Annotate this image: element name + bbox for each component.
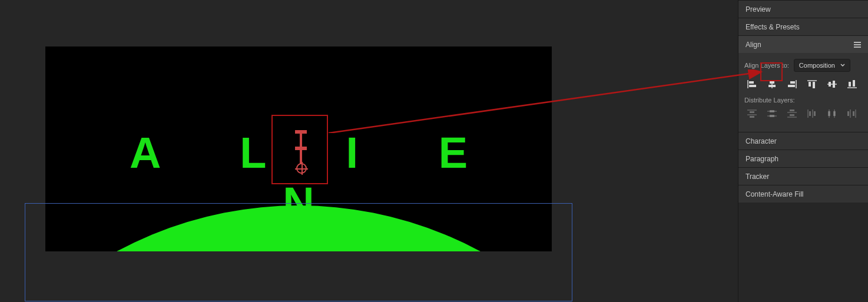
distribute-layers-label: Distribute Layers:: [744, 97, 862, 104]
svg-rect-2: [749, 85, 756, 87]
svg-rect-7: [790, 81, 795, 84]
distribute-left-icon: [807, 109, 817, 118]
panel-header-tracker[interactable]: Tracker: [738, 167, 868, 185]
chevron-down-icon: [840, 63, 845, 68]
distribute-horizontal-center-icon: [827, 109, 837, 118]
svg-rect-19: [750, 111, 754, 113]
svg-rect-33: [814, 111, 816, 116]
panel-header-content-aware-fill[interactable]: Content-Aware Fill: [738, 185, 868, 203]
panel-header-character[interactable]: Character: [738, 132, 868, 150]
align-vertical-center-icon: [827, 79, 837, 89]
panel-title: Align: [746, 41, 761, 49]
panel-title: Content-Aware Fill: [746, 190, 803, 198]
svg-rect-40: [853, 111, 854, 116]
panel-header-effects-presets[interactable]: Effects & Presets: [738, 18, 868, 35]
svg-rect-28: [790, 114, 794, 116]
distribute-left-button[interactable]: [804, 107, 820, 120]
align-bottom-button[interactable]: [844, 78, 860, 91]
layer-selection-bounds: [25, 203, 572, 301]
align-vertical-center-button[interactable]: [824, 78, 840, 91]
panel-header-align[interactable]: Align: [738, 35, 868, 53]
distribute-top-icon: [747, 109, 757, 118]
svg-rect-17: [853, 80, 855, 87]
panel-title: Paragraph: [746, 155, 778, 163]
svg-rect-14: [833, 81, 835, 88]
svg-rect-21: [750, 116, 754, 118]
distribute-right-button[interactable]: [844, 107, 860, 120]
align-right-button[interactable]: [784, 78, 800, 91]
svg-rect-5: [768, 85, 776, 87]
align-top-button[interactable]: [804, 78, 820, 91]
distribute-buttons-row: [744, 107, 862, 120]
panel-title: Tracker: [746, 172, 769, 181]
align-bottom-icon: [847, 79, 857, 89]
panel-header-preview[interactable]: Preview: [738, 0, 868, 18]
distribute-vertical-center-button[interactable]: [764, 107, 780, 120]
annotation-highlight-letter: [271, 115, 328, 184]
svg-rect-10: [809, 82, 811, 87]
panel-header-paragraph[interactable]: Paragraph: [738, 150, 868, 167]
align-top-icon: [807, 79, 817, 89]
panel-title: Character: [746, 137, 777, 145]
svg-rect-13: [829, 82, 831, 87]
svg-rect-16: [849, 82, 851, 87]
distribute-bottom-button[interactable]: [784, 107, 800, 120]
svg-rect-1: [749, 81, 754, 84]
align-target-value: Composition: [799, 62, 835, 69]
align-left-icon: [747, 79, 757, 89]
distribute-top-button[interactable]: [744, 107, 760, 120]
distribute-right-icon: [847, 109, 857, 118]
svg-rect-25: [770, 115, 774, 117]
distribute-horizontal-center-button[interactable]: [824, 107, 840, 120]
panel-stack-right: Preview Effects & Presets Align Align La…: [738, 0, 868, 302]
svg-rect-37: [833, 111, 836, 116]
panel-menu-icon[interactable]: [854, 42, 861, 48]
distribute-bottom-icon: [787, 109, 797, 118]
composition-viewport[interactable]: A L I E N: [0, 0, 738, 302]
panel-title: Preview: [746, 5, 771, 14]
align-target-dropdown[interactable]: Composition: [794, 59, 850, 72]
align-left-button[interactable]: [744, 78, 760, 91]
align-right-icon: [787, 79, 797, 89]
svg-rect-4: [770, 81, 774, 84]
svg-rect-26: [790, 109, 794, 111]
svg-rect-11: [813, 82, 815, 88]
svg-rect-31: [809, 111, 811, 116]
svg-rect-8: [788, 85, 795, 87]
annotation-highlight-align-button: [760, 62, 783, 81]
panel-body-align: Align Layers to: Composition: [738, 53, 868, 132]
distribute-vertical-center-icon: [767, 109, 777, 118]
svg-rect-23: [770, 110, 774, 112]
panel-title: Effects & Presets: [746, 23, 800, 31]
svg-rect-38: [847, 111, 849, 116]
svg-rect-35: [828, 111, 830, 116]
